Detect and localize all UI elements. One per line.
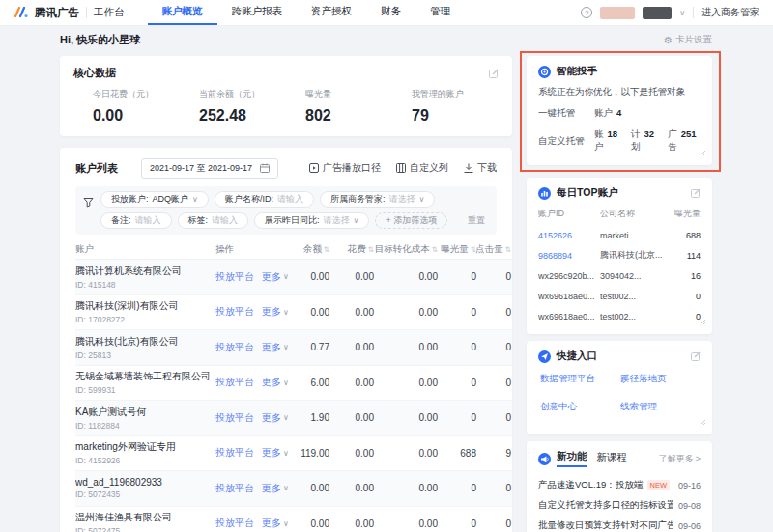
metric-impressions: 曝光量 802 — [286, 88, 392, 125]
smart-pilot-icon — [538, 66, 551, 78]
enter-business-manager-link[interactable]: 进入商务管家 — [701, 6, 759, 19]
top-account-id[interactable]: 4152626 — [538, 231, 600, 240]
more-link[interactable]: 更多∨ — [262, 482, 289, 495]
tab-new-courses[interactable]: 新课程 — [597, 451, 628, 466]
date-range-picker[interactable]: 2021-09-17 至 2021-09-17 — [141, 158, 278, 179]
spend-cell: 0.00 — [329, 307, 374, 318]
top-account-id[interactable]: 9868894 — [538, 251, 600, 261]
more-link[interactable]: 更多∨ — [262, 517, 289, 530]
column-clicks[interactable]: 点击量⇅ — [476, 243, 511, 256]
column-impressions[interactable]: 曝光量⇅ — [438, 243, 476, 256]
custom-columns-button[interactable]: 自定义列 — [396, 161, 448, 175]
news-card: 新功能 新课程 了解更多 > 产品速递VOL.19：投放端支... NEW — [527, 441, 712, 532]
custom-hosting-row: 自定义托管 账户18 计划32 广告251 — [538, 128, 701, 154]
more-link[interactable]: 更多∨ — [262, 341, 289, 354]
ad-caliber-button[interactable]: 广告播放口径 — [309, 161, 381, 175]
help-icon[interactable]: ? — [581, 7, 592, 18]
tab-finance[interactable]: 财务 — [366, 0, 415, 25]
impressions-cell: 0 — [438, 378, 476, 388]
filter-business-manager[interactable]: 所属商务管家: 请选择 ∨ — [320, 191, 435, 208]
more-link[interactable]: 更多∨ — [262, 270, 289, 284]
tab-cross-account-report[interactable]: 跨账户报表 — [217, 0, 298, 25]
resize-handle-icon[interactable] — [700, 412, 706, 430]
spend-cell: 0.00 — [329, 518, 374, 529]
column-ctr[interactable]: 点击率⇅ — [511, 243, 512, 256]
filter-tag[interactable]: 标签: 请输入 — [178, 212, 249, 229]
tab-management[interactable]: 管理 — [415, 0, 465, 25]
news-item[interactable]: 自定义托管支持多口径的指标设置以... 09-08 — [538, 495, 701, 516]
quick-entry-title: 快捷入口 — [557, 350, 597, 363]
top-account-id[interactable]: wx69618ae0... — [538, 312, 600, 322]
news-list: 产品速递VOL.19：投放端支... NEW 09-16 自定义托管支持多口径的… — [538, 475, 701, 532]
target-cost-cell: 0.00 — [374, 518, 438, 529]
impressions-cell: 0 — [438, 271, 476, 282]
target-cost-cell: 0.00 — [374, 448, 438, 459]
top-account-id[interactable]: wx296c920b... — [538, 271, 600, 281]
link-data-management[interactable]: 数据管理平台 — [540, 373, 620, 385]
news-item[interactable]: 产品速递VOL.19：投放端支... NEW 09-16 — [538, 475, 701, 495]
tab-new-features[interactable]: 新功能 — [557, 450, 587, 467]
filter-yesterday-compare[interactable]: 展示昨日同比: 请选择 ∨ — [254, 212, 369, 229]
clicks-cell: 9 — [476, 448, 511, 459]
top-account-name: marketi... — [600, 231, 668, 240]
platform-link[interactable]: 投放平台 — [215, 376, 254, 389]
edit-icon[interactable] — [691, 351, 701, 361]
edit-icon[interactable] — [691, 188, 701, 198]
column-balance[interactable]: 余额⇅ — [291, 243, 329, 256]
resize-handle-icon[interactable] — [700, 312, 706, 329]
download-button[interactable]: 下载 — [464, 161, 497, 175]
platform-link[interactable]: 投放平台 — [215, 341, 254, 354]
column-target-cost[interactable]: 目标转化成本⇅ — [374, 243, 438, 256]
more-link[interactable]: 更多∨ — [262, 411, 289, 425]
platform-link[interactable]: 投放平台 — [215, 305, 254, 319]
metric-today-spend: 今日花费（元） 0.00 — [73, 88, 180, 125]
table-body: 腾讯计算机系统有限公司 ID: 415148 投放平台 更多∨ 0.00 0.0… — [75, 260, 512, 532]
top-account-row: 4152626 marketi... 688 — [538, 225, 701, 245]
table-header: 账户 操作 余额⇅ 花费⇅ 目标转化成本⇅ 曝光量⇅ 点击量⇅ 点击率⇅ — [75, 240, 512, 260]
link-lead-management[interactable]: 线索管理 — [620, 401, 701, 413]
platform-link[interactable]: 投放平台 — [215, 411, 254, 425]
filter-account-name-id[interactable]: 账户名称/ID: 请输入 — [215, 191, 314, 208]
clicks-cell: 0 — [476, 342, 511, 352]
link-creative-center[interactable]: 创意中心 — [540, 401, 620, 413]
learn-more-link[interactable]: 了解更多 > — [659, 453, 701, 465]
card-settings-button[interactable]: ⚙ 卡片设置 — [664, 34, 712, 46]
account-id: ID: 5072435 — [75, 490, 215, 499]
gear-icon: ⚙ — [664, 35, 673, 45]
chevron-down-icon[interactable]: ∨ — [679, 9, 685, 17]
top-account-name: test002... — [600, 312, 668, 322]
edit-icon[interactable] — [489, 69, 499, 78]
top-account-id[interactable]: wx69618ae0... — [538, 292, 600, 301]
tab-asset-authorization[interactable]: 资产授权 — [297, 0, 366, 25]
platform-link[interactable]: 投放平台 — [215, 270, 254, 284]
filter-remark[interactable]: 备注: 请输入 — [100, 212, 172, 229]
platform-link[interactable]: 投放平台 — [215, 482, 254, 495]
top-accounts-header: 账户ID 公司名称 曝光量 — [538, 208, 701, 220]
top-account-row: wx296c920b... 3094042... 16 — [538, 266, 701, 286]
more-link[interactable]: 更多∨ — [262, 376, 289, 389]
clicks-cell: 0 — [476, 518, 511, 529]
avatar[interactable] — [600, 7, 635, 19]
platform-link[interactable]: 投放平台 — [215, 517, 254, 530]
account-name: wd_ad_1196802933 — [75, 477, 215, 488]
filter-delivery-account[interactable]: 投放账户: ADQ账户 ∨ — [100, 191, 209, 208]
reset-filters-button[interactable]: 重置 — [468, 214, 485, 227]
more-link[interactable]: 更多∨ — [262, 305, 289, 319]
chevron-down-icon: ∨ — [283, 272, 289, 281]
top-account-impressions: 0 — [668, 312, 701, 322]
more-link[interactable]: 更多∨ — [262, 446, 289, 460]
platform-link[interactable]: 投放平台 — [215, 446, 254, 460]
smart-pilot-title: 智能投手 — [557, 65, 597, 78]
news-item[interactable]: 批量修改日预算支持针对不同广告指... 09-06 — [538, 516, 701, 532]
brand-name: 腾讯广告 — [35, 6, 79, 20]
account-list-title: 账户列表 — [75, 161, 118, 176]
column-spend[interactable]: 花费⇅ — [329, 243, 374, 256]
resize-handle-icon[interactable] — [700, 143, 706, 160]
tab-account-overview[interactable]: 账户概览 — [148, 0, 217, 25]
account-name: 温州海佳渔具有限公司 — [75, 511, 215, 524]
add-filter-button[interactable]: + 添加筛选项 — [375, 212, 447, 229]
workspace-label[interactable]: 工作台 — [94, 6, 125, 19]
new-badge: NEW — [647, 480, 671, 490]
link-xijing-landing-page[interactable]: 蹊径落地页 — [620, 373, 701, 385]
smart-pilot-card: 智能投手 系统正在为你优化，以下是托管对象 一键托管 账户4 自定义托管 账户1… — [527, 56, 712, 165]
